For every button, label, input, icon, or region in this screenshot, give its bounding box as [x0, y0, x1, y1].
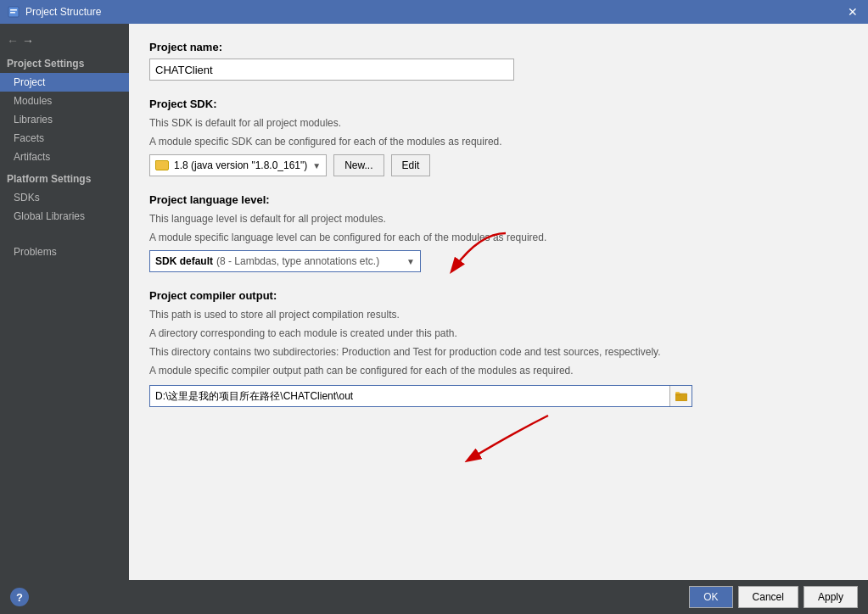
- sidebar-item-facets[interactable]: Facets: [0, 129, 129, 148]
- sdk-default-label: SDK default: [155, 255, 213, 267]
- sdk-dropdown-arrow: ▼: [312, 161, 321, 170]
- dialog-title: Project Structure: [25, 6, 101, 18]
- back-arrow[interactable]: ←: [7, 34, 19, 47]
- help-button[interactable]: ?: [10, 588, 29, 606]
- title-bar: Project Structure ✕: [0, 0, 868, 24]
- output-path-container: [149, 385, 848, 407]
- sidebar: ← → Project Settings Project Modules Lib…: [0, 24, 129, 580]
- lang-dropdown-arrow: ▼: [406, 257, 415, 266]
- lang-row: SDK default (8 - Lambdas, type annotatio…: [149, 250, 848, 272]
- sdk-lang-desc: (8 - Lambdas, type annotations etc.): [216, 255, 379, 267]
- lang-desc1: This language level is default for all p…: [149, 211, 848, 226]
- bottom-bar: ? OK Cancel Apply: [0, 580, 868, 614]
- language-level-label: Project language level:: [149, 193, 848, 206]
- compiler-desc2: A directory corresponding to each module…: [149, 326, 848, 341]
- project-name-section: Project name:: [149, 41, 848, 81]
- svg-rect-6: [675, 392, 680, 394]
- sdk-dropdown[interactable]: 1.8 (java version "1.8.0_161") ▼: [149, 154, 327, 176]
- sidebar-item-artifacts[interactable]: Artifacts: [0, 148, 129, 166]
- svg-rect-5: [675, 394, 680, 395]
- edit-sdk-button[interactable]: Edit: [391, 154, 431, 176]
- project-name-label: Project name:: [149, 41, 848, 53]
- main-panel: Project name: Project SDK: This SDK is d…: [129, 24, 868, 580]
- sdk-desc2: A module specific SDK can be configured …: [149, 134, 848, 149]
- compiler-desc3: This directory contains two subdirectori…: [149, 344, 848, 360]
- sdk-row: 1.8 (java version "1.8.0_161") ▼ New... …: [149, 154, 848, 176]
- project-name-input[interactable]: [149, 59, 514, 81]
- sidebar-item-modules[interactable]: Modules: [0, 92, 129, 110]
- sdk-value: 1.8 (java version "1.8.0_161"): [174, 159, 307, 171]
- language-level-section: Project language level: This language le…: [149, 193, 848, 272]
- compiler-output-label: Project compiler output:: [149, 289, 848, 302]
- nav-back-forward: ← →: [0, 31, 129, 51]
- project-sdk-section: Project SDK: This SDK is default for all…: [149, 98, 848, 176]
- lang-desc2: A module specific language level can be …: [149, 230, 848, 245]
- title-bar-left: Project Structure: [7, 5, 101, 19]
- close-button[interactable]: ✕: [844, 3, 861, 20]
- sidebar-item-global-libraries[interactable]: Global Libraries: [0, 207, 129, 226]
- platform-settings-header: Platform Settings: [0, 166, 129, 188]
- new-sdk-button[interactable]: New...: [333, 154, 384, 176]
- project-sdk-label: Project SDK:: [149, 98, 848, 110]
- language-dropdown[interactable]: SDK default (8 - Lambdas, type annotatio…: [149, 250, 421, 272]
- content-area: ← → Project Settings Project Modules Lib…: [0, 24, 868, 580]
- browse-output-icon[interactable]: [669, 386, 692, 406]
- arrow-annotation-output: [438, 407, 574, 475]
- sidebar-item-problems[interactable]: Problems: [0, 243, 129, 261]
- sidebar-item-project[interactable]: Project: [0, 73, 129, 92]
- sidebar-item-sdks[interactable]: SDKs: [0, 188, 129, 207]
- forward-arrow[interactable]: →: [22, 34, 34, 47]
- sdk-desc1: This SDK is default for all project modu…: [149, 115, 848, 131]
- output-path-input[interactable]: [150, 390, 669, 402]
- folder-browse-icon: [675, 391, 687, 401]
- cancel-button[interactable]: Cancel: [738, 586, 798, 608]
- svg-rect-2: [10, 12, 15, 14]
- compiler-desc1: This path is used to store all project c…: [149, 307, 848, 322]
- bottom-right: OK Cancel Apply: [689, 586, 858, 608]
- app-icon: [7, 5, 20, 19]
- output-path-row: [149, 385, 692, 407]
- bottom-left: ?: [10, 588, 29, 606]
- svg-rect-1: [10, 9, 17, 11]
- compiler-desc4: A module specific compiler output path c…: [149, 363, 848, 378]
- project-structure-dialog: Project Structure ✕ ← → Project Settings…: [0, 0, 868, 614]
- compiler-output-section: Project compiler output: This path is us…: [149, 289, 848, 407]
- sidebar-item-libraries[interactable]: Libraries: [0, 110, 129, 129]
- folder-icon: [155, 160, 169, 170]
- ok-button[interactable]: OK: [689, 586, 732, 608]
- project-settings-header: Project Settings: [0, 51, 129, 73]
- apply-button[interactable]: Apply: [804, 586, 858, 608]
